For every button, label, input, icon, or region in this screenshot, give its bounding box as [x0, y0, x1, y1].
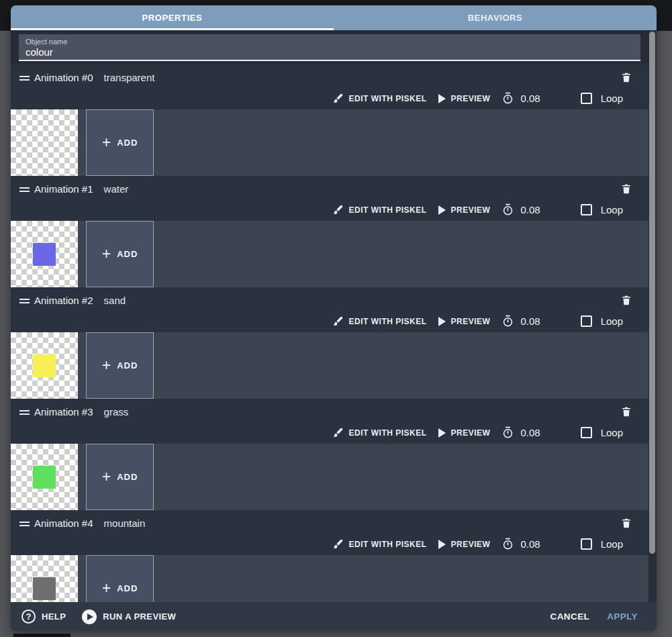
run-a-preview-label: RUN A PREVIEW [103, 611, 176, 622]
animation-index-label: Animation #4 [34, 518, 93, 529]
drag-handle-icon[interactable] [19, 520, 30, 528]
help-button[interactable]: ? HELP [21, 609, 66, 624]
add-frame-button[interactable]: + ADD [86, 221, 154, 287]
frames-strip: + ADD [11, 332, 649, 399]
play-icon [438, 540, 446, 549]
add-frame-label: ADD [117, 360, 138, 371]
animation-header: Animation #1 water EDIT WITH PISKEL [11, 176, 649, 221]
paintbrush-icon [332, 93, 344, 104]
edit-with-piskel-button[interactable]: EDIT WITH PISKEL [332, 93, 427, 104]
edit-with-piskel-button[interactable]: EDIT WITH PISKEL [332, 538, 427, 550]
paintbrush-icon [332, 538, 344, 550]
frame-time-button[interactable]: 0.08 [501, 538, 540, 550]
delete-animation-button[interactable] [619, 403, 634, 420]
loop-checkbox[interactable] [581, 93, 592, 104]
edit-with-piskel-button[interactable]: EDIT WITH PISKEL [332, 204, 427, 215]
frame-color-swatch [33, 243, 56, 266]
loop-toggle[interactable]: Loop [581, 538, 623, 550]
delete-animation-button[interactable] [619, 292, 634, 308]
edit-with-piskel-label: EDIT WITH PISKEL [349, 94, 427, 103]
drag-handle-icon[interactable] [19, 74, 30, 83]
play-icon [438, 428, 446, 438]
stopwatch-icon [501, 426, 514, 439]
animations-list: Animation #0 transparent EDIT WITH PISKE… [11, 64, 649, 602]
frame-thumbnail[interactable] [11, 555, 78, 602]
animation-block: Animation #0 transparent EDIT WITH PISKE… [11, 64, 649, 176]
trash-icon [620, 405, 632, 419]
preview-button[interactable]: PREVIEW [438, 428, 491, 438]
preview-label: PREVIEW [451, 317, 491, 326]
preview-button[interactable]: PREVIEW [438, 205, 491, 215]
frame-time-button[interactable]: 0.08 [501, 426, 540, 439]
play-icon [438, 317, 446, 326]
help-icon: ? [21, 609, 36, 624]
animation-name[interactable]: transparent [104, 72, 155, 83]
loop-toggle[interactable]: Loop [581, 204, 623, 215]
preview-button[interactable]: PREVIEW [438, 317, 491, 326]
loop-checkbox[interactable] [581, 315, 592, 327]
preview-button[interactable]: PREVIEW [438, 540, 491, 549]
scroll-area: Object name Animation #0 transparent [11, 30, 649, 602]
plus-icon: + [102, 469, 111, 485]
tab-bar: PROPERTIES BEHAVIORS [11, 5, 657, 30]
preview-label: PREVIEW [451, 205, 491, 215]
loop-checkbox[interactable] [581, 427, 592, 438]
scrollbar-track[interactable] [649, 30, 657, 602]
add-frame-button[interactable]: + ADD [86, 109, 154, 176]
scrollbar-thumb[interactable] [649, 32, 655, 554]
delete-animation-button[interactable] [619, 181, 634, 197]
run-a-preview-button[interactable]: RUN A PREVIEW [66, 609, 176, 624]
edit-with-piskel-label: EDIT WITH PISKEL [349, 540, 427, 549]
delete-animation-button[interactable] [619, 515, 634, 531]
paintbrush-icon [332, 315, 344, 327]
preview-button[interactable]: PREVIEW [438, 94, 491, 103]
cancel-button[interactable]: CANCEL [550, 611, 590, 622]
edit-with-piskel-button[interactable]: EDIT WITH PISKEL [332, 427, 427, 438]
animation-index-label: Animation #1 [34, 183, 93, 195]
stopwatch-icon [501, 538, 514, 550]
add-frame-button[interactable]: + ADD [86, 444, 154, 510]
object-name-input[interactable] [26, 46, 634, 58]
animation-name[interactable]: sand [104, 295, 126, 306]
animation-header: Animation #4 mountain EDIT WITH PISKEL [11, 510, 649, 555]
object-properties-dialog: PROPERTIES BEHAVIORS Object name Animati… [11, 5, 657, 631]
loop-toggle[interactable]: Loop [581, 315, 623, 327]
animation-block: Animation #4 mountain EDIT WITH PISKEL [11, 510, 649, 602]
drag-handle-icon[interactable] [19, 185, 30, 194]
frame-thumbnail[interactable] [11, 332, 78, 399]
frame-time-value: 0.08 [520, 538, 540, 550]
loop-toggle[interactable]: Loop [581, 427, 623, 438]
add-frame-button[interactable]: + ADD [86, 332, 154, 399]
frame-thumbnail[interactable] [11, 109, 78, 176]
drag-handle-icon[interactable] [19, 408, 30, 417]
frame-time-button[interactable]: 0.08 [501, 315, 540, 328]
frame-thumbnail[interactable] [11, 221, 78, 287]
animation-name[interactable]: mountain [104, 518, 146, 529]
edit-with-piskel-button[interactable]: EDIT WITH PISKEL [332, 315, 427, 327]
preview-label: PREVIEW [451, 540, 491, 549]
frame-color-swatch [33, 354, 56, 377]
animation-name[interactable]: grass [104, 406, 129, 418]
drag-handle-icon[interactable] [19, 297, 30, 305]
loop-checkbox[interactable] [581, 204, 592, 215]
frame-time-button[interactable]: 0.08 [501, 92, 540, 105]
animation-header: Animation #3 grass EDIT WITH PISKEL [11, 399, 649, 444]
apply-button[interactable]: APPLY [607, 611, 638, 622]
animation-name[interactable]: water [104, 183, 129, 195]
animation-index-label: Animation #0 [34, 72, 93, 83]
frame-time-button[interactable]: 0.08 [501, 203, 540, 216]
add-frame-label: ADD [117, 249, 138, 259]
add-frame-button[interactable]: + ADD [86, 555, 154, 602]
tab-properties[interactable]: PROPERTIES [11, 5, 334, 30]
loop-toggle[interactable]: Loop [581, 93, 623, 104]
object-name-label: Object name [26, 38, 634, 46]
animation-header: Animation #2 sand EDIT WITH PISKEL [11, 287, 649, 332]
loop-checkbox[interactable] [581, 538, 592, 550]
dialog-scroll-content: Object name Animation #0 transparent [11, 30, 657, 602]
tab-behaviors[interactable]: BEHAVIORS [334, 5, 657, 30]
frame-thumbnail[interactable] [11, 444, 78, 510]
frame-time-value: 0.08 [520, 315, 540, 327]
stopwatch-icon [501, 315, 514, 328]
plus-icon: + [102, 358, 111, 373]
delete-animation-button[interactable] [619, 69, 634, 85]
